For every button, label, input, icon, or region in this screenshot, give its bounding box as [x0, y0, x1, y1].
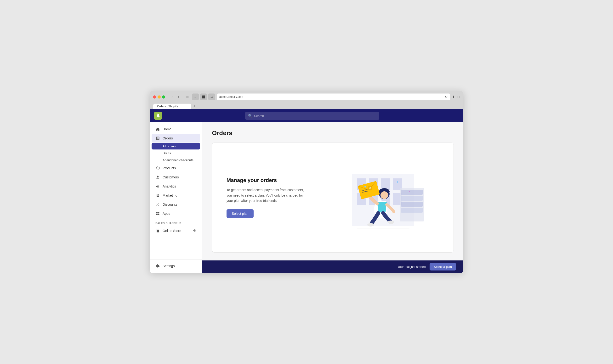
back-button[interactable]: ‹	[169, 94, 175, 100]
sidebar-customers-label: Customers	[163, 175, 179, 179]
browser-chrome: ‹ › ⊞ S ⬛ ◎ admin.shopify.com ↻ ⬆ +⃞	[150, 91, 463, 109]
sidebar-apps-label: Apps	[163, 212, 170, 216]
svg-rect-17	[401, 196, 423, 201]
analytics-icon	[155, 184, 160, 189]
address-bar[interactable]: admin.shopify.com ↻	[217, 93, 450, 100]
browser-tab[interactable]: Orders · Shopify	[153, 103, 191, 109]
sidebar-item-marketing[interactable]: Marketing	[152, 191, 200, 200]
sidebar-item-analytics[interactable]: Analytics	[152, 182, 200, 191]
svg-rect-19	[401, 208, 423, 213]
svg-point-33	[409, 191, 410, 192]
svg-point-26	[388, 221, 394, 224]
settings-icon	[155, 263, 160, 268]
svg-point-32	[397, 181, 398, 183]
new-tab-button[interactable]: +⃞	[457, 95, 460, 99]
sidebar-subitem-drafts[interactable]: Drafts	[152, 150, 200, 156]
minimize-button[interactable]	[158, 95, 161, 99]
online-store-label: Online Store	[163, 229, 181, 233]
share-button[interactable]: ⬆	[452, 95, 455, 99]
sidebar-products-label: Products	[163, 166, 176, 170]
sidebar-item-customers[interactable]: Customers	[152, 173, 200, 182]
search-icon: 🔍	[248, 114, 252, 118]
address-text: admin.shopify.com	[219, 95, 243, 99]
svg-point-23	[380, 191, 388, 199]
sidebar-orders-label: Orders	[163, 136, 173, 140]
svg-point-0	[157, 204, 157, 204]
top-nav: 🔍 Search	[150, 109, 463, 122]
ext-icon-3: ◎	[208, 93, 215, 100]
sidebar-settings-label: Settings	[163, 264, 175, 268]
products-icon	[155, 166, 160, 170]
sidebar-analytics-label: Analytics	[163, 184, 176, 188]
orders-heading: Manage your orders	[226, 177, 308, 183]
sidebar-item-settings[interactable]: Settings	[152, 262, 200, 270]
sidebar-subitem-abandoned-checkouts[interactable]: Abandoned checkouts	[152, 157, 200, 163]
sales-channels-header: SALES CHANNELS +	[150, 218, 202, 226]
svg-point-1	[158, 205, 159, 206]
search-placeholder: Search	[254, 114, 264, 118]
add-sales-channel-button[interactable]: +	[196, 221, 198, 225]
orders-description: To get orders and accept payments from c…	[226, 187, 308, 203]
ext-icon-2: ⬛	[200, 93, 207, 100]
svg-point-25	[367, 223, 374, 226]
sidebar-marketing-label: Marketing	[163, 194, 177, 197]
svg-rect-18	[401, 202, 423, 207]
sidebar-item-home[interactable]: Home	[152, 125, 200, 133]
sidebar-item-orders[interactable]: Orders	[152, 134, 200, 143]
marketing-icon	[155, 193, 160, 198]
tab-label: Orders · Shopify	[157, 105, 178, 108]
orders-text-section: Manage your orders To get orders and acc…	[226, 177, 308, 218]
trial-text: Your trial just started	[397, 265, 426, 269]
home-icon	[155, 127, 160, 131]
sidebar-item-discounts[interactable]: Discounts	[152, 200, 200, 209]
close-button[interactable]	[153, 95, 156, 99]
search-bar[interactable]: 🔍 Search	[245, 112, 379, 120]
abandoned-checkouts-label: Abandoned checkouts	[163, 158, 194, 162]
orders-illustration: ✉	[323, 155, 433, 241]
drafts-label: Drafts	[163, 151, 171, 155]
forward-button[interactable]: ›	[176, 94, 181, 100]
fullscreen-button[interactable]	[162, 95, 165, 99]
sidebar-discounts-label: Discounts	[163, 203, 177, 206]
discounts-icon	[155, 202, 160, 207]
apps-icon	[155, 211, 160, 216]
svg-rect-5	[158, 214, 159, 215]
page-title: Orders	[212, 129, 454, 137]
sidebar-toggle-button[interactable]: ⊞	[184, 94, 190, 100]
sidebar-item-online-store[interactable]: Online Store	[152, 226, 200, 235]
sales-channels-label: SALES CHANNELS	[155, 222, 181, 225]
sidebar-home-label: Home	[163, 127, 171, 131]
illustration-area: ✉	[318, 155, 439, 241]
all-orders-label: All orders	[163, 144, 176, 148]
sidebar: Home Orders All orders Drafts Abandoned …	[150, 122, 202, 273]
ext-icon-1: S	[192, 93, 199, 100]
svg-rect-4	[156, 214, 158, 215]
orders-card: Manage your orders To get orders and acc…	[212, 143, 454, 253]
traffic-lights	[153, 95, 165, 99]
orders-icon	[155, 136, 160, 141]
sidebar-item-apps[interactable]: Apps	[152, 209, 200, 218]
svg-point-31	[364, 186, 366, 187]
svg-rect-16	[401, 190, 423, 195]
new-tab-plus[interactable]: +	[191, 103, 197, 109]
reload-button[interactable]: ↻	[445, 95, 448, 99]
online-store-eye-icon[interactable]	[193, 229, 196, 233]
svg-rect-2	[156, 212, 158, 214]
content-area: Orders Manage your orders To get orders …	[202, 122, 463, 273]
sidebar-subitem-all-orders[interactable]: All orders	[152, 143, 200, 149]
online-store-icon	[155, 228, 160, 233]
sidebar-item-products[interactable]: Products	[152, 164, 200, 172]
customers-icon	[155, 175, 160, 180]
select-plan-button[interactable]: Select plan	[226, 209, 254, 218]
svg-rect-3	[158, 212, 159, 214]
select-a-plan-button[interactable]: Select a plan	[430, 263, 456, 271]
shopify-logo	[154, 112, 162, 120]
bottom-bar: Your trial just started Select a plan	[202, 260, 463, 273]
